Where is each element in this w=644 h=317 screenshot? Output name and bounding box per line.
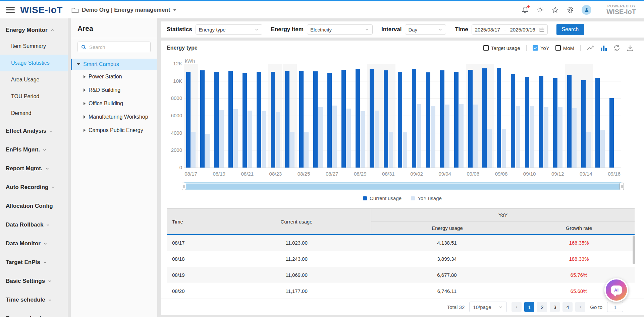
notification-bell-icon[interactable] [521, 6, 529, 14]
favorite-star-icon[interactable] [551, 6, 559, 14]
user-avatar[interactable] [582, 5, 591, 15]
tree-node-power-station[interactable]: Power Station [71, 70, 157, 83]
divider [526, 45, 527, 51]
column-header-current-usage: Current usage [222, 209, 371, 234]
sidebar-item-demand[interactable]: Demand [0, 105, 68, 122]
ai-assistant-button[interactable]: AI [604, 278, 628, 302]
tree-node-r-d-building[interactable]: R&D Building [71, 83, 157, 97]
search-button[interactable]: Search [556, 24, 584, 35]
page-button-4[interactable]: 4 [562, 302, 573, 312]
bar-current-usage [214, 72, 219, 168]
bar-yoy-usage [403, 132, 407, 168]
target-usage-toggle[interactable]: Target usage [483, 45, 520, 51]
next-page-button[interactable]: › [575, 302, 585, 312]
bar-yoy-usage [558, 107, 562, 168]
cell-current-usage: 11,243.00 [222, 256, 371, 262]
x-axis-tick-label: 08/25 [293, 171, 315, 177]
interval-select[interactable]: Day [405, 24, 446, 35]
sidebar-item-area-usage[interactable]: Area Usage [0, 71, 68, 88]
area-search-input[interactable]: Search [77, 42, 151, 52]
data-zoom-right-handle[interactable] [620, 183, 624, 190]
sidebar-item-auto-recording[interactable]: Auto Recording [0, 178, 68, 197]
cell-current-usage: 11,023.00 [222, 240, 371, 246]
bar-chart-icon[interactable] [600, 45, 607, 51]
bar-yoy-usage [544, 107, 548, 168]
sidebar-item-allocation-config[interactable]: Allocation Config [0, 197, 68, 215]
caret-collapsed-icon[interactable] [84, 129, 86, 132]
bar-current-usage [356, 69, 360, 168]
theme-brightness-icon[interactable] [536, 6, 544, 14]
table-header: Time Current usage YoY Energy usage Grow… [167, 208, 635, 235]
checkbox-unchecked-icon[interactable] [483, 45, 489, 51]
statistics-select[interactable]: Energy type [196, 24, 262, 35]
tree-node-campus-public-energy[interactable]: Campus Public Energy [71, 124, 157, 137]
sidebar-item-enpis-mgmt[interactable]: EnPIs Mgmt. [0, 140, 68, 159]
table-scrollbar-thumb[interactable] [633, 236, 635, 264]
caret-collapsed-icon[interactable] [84, 75, 86, 78]
page-buttons: ‹1234› [512, 302, 585, 312]
legend-item-current-usage[interactable]: Current usage [363, 195, 401, 201]
download-icon[interactable] [627, 45, 634, 52]
sidebar-item-label: Effect Analysis [6, 128, 46, 134]
x-axis-tick-label: 09/02 [406, 171, 427, 177]
search-icon [81, 45, 86, 50]
mom-toggle[interactable]: MoM [555, 45, 574, 51]
chevron-down-icon [46, 223, 50, 227]
sidebar-item-effect-analysis[interactable]: Effect Analysis [0, 122, 68, 140]
bar-current-usage [370, 69, 374, 168]
caret-collapsed-icon[interactable] [84, 115, 86, 119]
sidebar-item-target-enpis[interactable]: Target EnPIs [0, 253, 68, 272]
refresh-icon[interactable] [613, 44, 621, 52]
bar-current-usage [553, 78, 557, 168]
prev-page-button[interactable]: ‹ [512, 302, 522, 312]
caret-collapsed-icon[interactable] [84, 88, 86, 92]
y-axis-unit: kWh [185, 58, 195, 64]
folder-icon [71, 7, 79, 13]
sidebar-item-energy-check[interactable]: Energy check [0, 309, 68, 317]
legend-item-yoy-usage[interactable]: YoY usage [411, 195, 442, 201]
hamburger-menu-icon[interactable] [6, 7, 15, 13]
settings-gear-icon[interactable] [567, 6, 574, 14]
page-size-select[interactable]: 10/page [469, 302, 507, 312]
tree-node-manufacturing-workshop[interactable]: Manufacturing Workshop [71, 110, 157, 124]
bar-current-usage [285, 71, 289, 168]
bar-current-usage [327, 73, 332, 168]
checkbox-checked-icon[interactable] [533, 45, 538, 51]
page-button-3[interactable]: 3 [550, 302, 560, 312]
page-button-1[interactable]: 1 [524, 302, 534, 312]
cell-time: 08/20 [167, 288, 222, 294]
goto-page-input[interactable] [607, 302, 623, 312]
sidebar-item-energy-monitor[interactable]: Energy Monitor [0, 22, 68, 38]
time-range-picker[interactable]: 2025/08/17 - 2025/09/16 [472, 24, 548, 35]
bar-yoy-usage [473, 105, 478, 168]
caret-expanded-icon[interactable] [77, 63, 80, 65]
bar-current-usage [440, 70, 444, 168]
y-axis-tick-label: 4000 [166, 130, 182, 136]
sidebar-item-time-schedule[interactable]: Time schedule [0, 291, 68, 309]
data-zoom-slider[interactable] [184, 182, 622, 190]
line-chart-icon[interactable] [587, 45, 594, 51]
x-axis-tick-label: 09/14 [575, 171, 597, 177]
bar-yoy-usage [248, 111, 252, 168]
tree-node-label: Power Station [89, 74, 122, 80]
org-breadcrumb[interactable]: Demo Org | Energy management [71, 7, 177, 13]
sidebar-item-data-monitor[interactable]: Data Monitor [0, 234, 68, 253]
tree-node-smart-campus[interactable]: Smart Campus [71, 59, 157, 70]
energy-item-select[interactable]: Electricity [307, 24, 373, 35]
sidebar-item-tou-period[interactable]: TOU Period [0, 88, 68, 105]
bar-yoy-usage [389, 132, 393, 168]
bar-yoy-usage [586, 132, 591, 168]
data-zoom-left-handle[interactable] [182, 183, 186, 190]
checkbox-unchecked-icon[interactable] [555, 45, 561, 51]
sidebar-item-item-summary[interactable]: Item Summary [0, 38, 68, 55]
chevron-up-icon [50, 28, 54, 32]
page-button-2[interactable]: 2 [537, 302, 547, 312]
sidebar-item-data-rollback[interactable]: Data Rollback [0, 215, 68, 234]
table-row: 08/1711,023.004,138.51166.35% [167, 235, 635, 251]
yoy-toggle[interactable]: YoY [533, 45, 549, 51]
caret-collapsed-icon[interactable] [84, 102, 86, 105]
sidebar-item-report-mgmt[interactable]: Report Mgmt. [0, 159, 68, 178]
sidebar-item-usage-statistics[interactable]: Usage Statistics [0, 55, 68, 71]
tree-node-office-building[interactable]: Office Building [71, 97, 157, 110]
sidebar-item-basic-settings[interactable]: Basic Settings [0, 272, 68, 291]
